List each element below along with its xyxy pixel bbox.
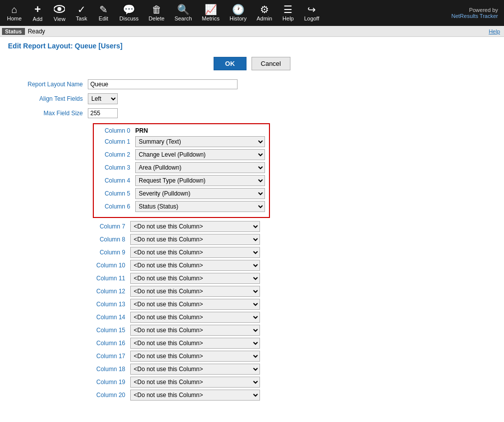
add-icon: + (34, 4, 41, 15)
col9-label: Column 9 (93, 249, 130, 256)
table-row: Column 0 PRN (98, 127, 265, 134)
col6-select[interactable]: Status (Status) <Do not use this Column>… (135, 201, 265, 212)
nav-delete[interactable]: 🗑 Delete (144, 2, 170, 23)
nav-view[interactable]: View (48, 2, 70, 24)
button-row: OK Cancel (8, 57, 496, 70)
table-row: Column 7<Do not use this Column>Summary … (93, 221, 496, 232)
layout-name-label: Report Layout Name (8, 81, 88, 88)
statusbar: Status Ready Help (0, 26, 504, 37)
nav-home[interactable]: ⌂ Home (2, 2, 26, 23)
nav-search[interactable]: 🔍 Search (170, 2, 197, 23)
col7-label: Column 7 (93, 223, 130, 230)
col5-select[interactable]: Severity (Pulldown) <Do not use this Col… (135, 188, 265, 199)
col15-select[interactable]: <Do not use this Column>Summary (Text)Ch… (130, 325, 260, 336)
nav-history[interactable]: 🕐 History (225, 2, 252, 23)
edit-icon: ✎ (99, 4, 108, 14)
col16-select[interactable]: <Do not use this Column>Summary (Text)Ch… (130, 338, 260, 349)
col13-select[interactable]: <Do not use this Column>Summary (Text)Ch… (130, 299, 260, 310)
ok-button[interactable]: OK (214, 57, 247, 70)
col12-select[interactable]: <Do not use this Column>Summary (Text)Ch… (130, 286, 260, 297)
nav-delete-label: Delete (149, 15, 165, 21)
col13-label: Column 13 (93, 301, 130, 308)
col14-label: Column 14 (93, 314, 130, 321)
nav-task[interactable]: ✓ Task (70, 2, 92, 23)
align-select[interactable]: Left Center Right (88, 93, 118, 104)
nav-search-label: Search (175, 15, 192, 21)
table-row: Column 14<Do not use this Column>Summary… (93, 312, 496, 323)
svg-point-0 (57, 7, 61, 11)
col20-select[interactable]: <Do not use this Column>Summary (Text)Ch… (130, 390, 260, 401)
col8-label: Column 8 (93, 236, 130, 243)
table-row: Column 17<Do not use this Column>Summary… (93, 351, 496, 362)
page-title: Edit Report Layout: Queue [Users] (8, 42, 496, 50)
nav-edit[interactable]: ✎ Edit (92, 2, 114, 23)
nav-admin[interactable]: ⚙ Admin (252, 2, 277, 23)
status-label: Status (2, 28, 25, 35)
discuss-icon: 💬 (123, 4, 135, 14)
col5-label: Column 5 (98, 190, 135, 197)
nav-history-label: History (230, 15, 247, 21)
table-row: Column 12<Do not use this Column>Summary… (93, 286, 496, 297)
col2-label: Column 2 (98, 151, 135, 158)
history-icon: 🕐 (232, 4, 245, 14)
col0-label: Column 0 (98, 127, 135, 134)
col8-select[interactable]: <Do not use this Column>Summary (Text)Ch… (130, 234, 260, 245)
table-row: Column 1 Summary (Text) <Do not use this… (98, 136, 265, 147)
highlighted-columns-box: Column 0 PRN Column 1 Summary (Text) <Do… (93, 123, 270, 218)
max-size-label: Max Field Size (8, 110, 88, 117)
help-link[interactable]: Help (489, 28, 502, 34)
help-icon: ☰ (283, 4, 292, 14)
delete-icon: 🗑 (152, 4, 162, 14)
col19-label: Column 19 (93, 379, 130, 386)
col19-select[interactable]: <Do not use this Column>Summary (Text)Ch… (130, 377, 260, 388)
status-value: Ready (28, 28, 45, 35)
col4-select[interactable]: Request Type (Pulldown) <Do not use this… (135, 175, 265, 186)
nav-logoff[interactable]: ↪ Logoff (299, 2, 324, 23)
col0-value: PRN (135, 127, 148, 134)
nav-help-label: Help (282, 15, 294, 21)
navbar: ⌂ Home + Add View ✓ Task ✎ Edit 💬 Discus… (0, 0, 504, 26)
table-row: Column 13<Do not use this Column>Summary… (93, 299, 496, 310)
nav-discuss[interactable]: 💬 Discuss (114, 2, 144, 23)
brand-link[interactable]: NetResults Tracker (451, 13, 498, 19)
normal-columns: Column 7<Do not use this Column>Summary … (93, 221, 496, 401)
nav-metrics[interactable]: 📈 Metrics (197, 2, 225, 23)
table-row: Column 8<Do not use this Column>Summary … (93, 234, 496, 245)
cancel-button[interactable]: Cancel (252, 57, 290, 70)
columns-section: Column 0 PRN Column 1 Summary (Text) <Do… (8, 123, 496, 401)
logoff-icon: ↪ (307, 4, 316, 14)
col6-label: Column 6 (98, 203, 135, 210)
col2-select[interactable]: Change Level (Pulldown) <Do not use this… (135, 149, 265, 160)
nav-add[interactable]: + Add (26, 2, 48, 24)
col11-select[interactable]: <Do not use this Column>Summary (Text)Ch… (130, 273, 260, 284)
col9-select[interactable]: <Do not use this Column>Summary (Text)Ch… (130, 247, 260, 258)
col1-select[interactable]: Summary (Text) <Do not use this Column> … (135, 136, 265, 147)
col10-label: Column 10 (93, 262, 130, 269)
powered-by: Powered by NetResults Tracker (451, 7, 502, 19)
table-row: Column 16<Do not use this Column>Summary… (93, 338, 496, 349)
max-size-input[interactable] (88, 108, 118, 118)
table-row: Column 4 Request Type (Pulldown) <Do not… (98, 175, 265, 186)
nav-help[interactable]: ☰ Help (277, 2, 299, 23)
table-row: Column 9<Do not use this Column>Summary … (93, 247, 496, 258)
col15-label: Column 15 (93, 327, 130, 334)
col16-label: Column 16 (93, 340, 130, 347)
col12-label: Column 12 (93, 288, 130, 295)
nav-add-label: Add (33, 16, 43, 22)
col10-select[interactable]: <Do not use this Column>Summary (Text)Ch… (130, 260, 260, 271)
align-label: Align Text Fields (8, 95, 88, 102)
col7-select[interactable]: <Do not use this Column>Summary (Text)Ch… (130, 221, 260, 232)
col3-select[interactable]: Area (Pulldown) <Do not use this Column>… (135, 162, 265, 173)
task-icon: ✓ (77, 4, 86, 14)
col11-label: Column 11 (93, 275, 130, 282)
nav-discuss-label: Discuss (119, 15, 139, 21)
layout-name-input[interactable] (88, 79, 238, 89)
col14-select[interactable]: <Do not use this Column>Summary (Text)Ch… (130, 312, 260, 323)
col17-select[interactable]: <Do not use this Column>Summary (Text)Ch… (130, 351, 260, 362)
col4-label: Column 4 (98, 177, 135, 184)
col18-select[interactable]: <Do not use this Column>Summary (Text)Ch… (130, 364, 260, 375)
nav-task-label: Task (76, 15, 87, 21)
view-icon (54, 4, 65, 15)
col20-label: Column 20 (93, 392, 130, 399)
table-row: Column 6 Status (Status) <Do not use thi… (98, 201, 265, 212)
